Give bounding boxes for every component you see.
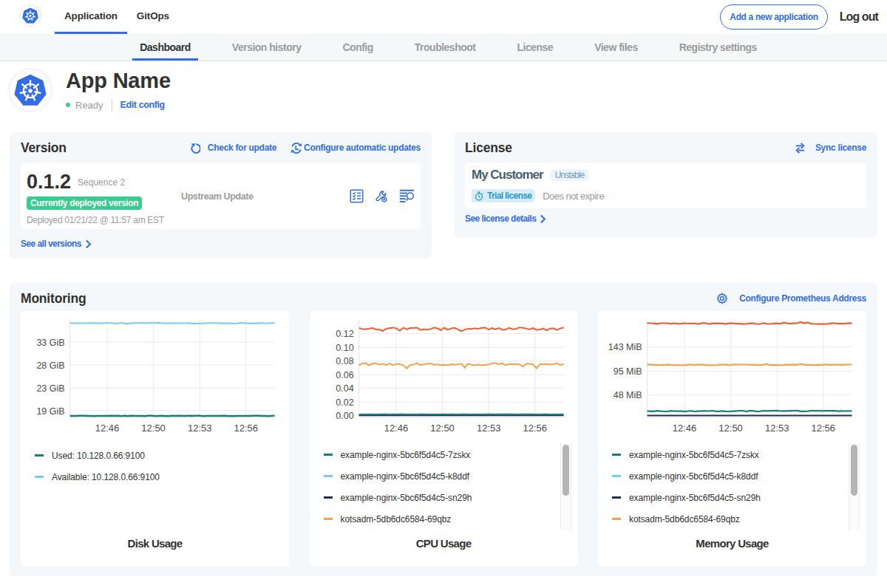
svg-text:23 GiB: 23 GiB [36,383,64,394]
svg-text:0.06: 0.06 [336,370,353,380]
svg-text:12:50: 12:50 [718,423,743,434]
svg-text:0.12: 0.12 [336,329,353,339]
svg-text:0.02: 0.02 [336,397,353,408]
svg-text:0.10: 0.10 [336,343,353,353]
svg-text:0.08: 0.08 [336,356,353,366]
svg-text:12:53: 12:53 [765,423,789,434]
svg-text:12:50: 12:50 [141,423,166,434]
svg-text:12:56: 12:56 [812,423,836,434]
svg-text:12:50: 12:50 [430,423,455,434]
svg-text:12:46: 12:46 [95,423,120,434]
svg-text:0.04: 0.04 [336,383,353,394]
svg-text:12:56: 12:56 [234,423,259,434]
svg-text:12:46: 12:46 [673,423,697,434]
svg-text:33 GiB: 33 GiB [36,338,64,348]
svg-text:0.00: 0.00 [336,411,353,421]
svg-text:12:46: 12:46 [384,423,408,434]
svg-text:19 GiB: 19 GiB [36,406,64,417]
svg-text:12:53: 12:53 [476,423,500,434]
svg-text:12:53: 12:53 [188,423,212,434]
svg-text:28 GiB: 28 GiB [36,360,64,371]
svg-text:95 MiB: 95 MiB [614,366,642,377]
svg-text:12:56: 12:56 [523,423,547,434]
svg-text:143 MiB: 143 MiB [608,342,642,352]
svg-text:48 MiB: 48 MiB [614,390,642,400]
